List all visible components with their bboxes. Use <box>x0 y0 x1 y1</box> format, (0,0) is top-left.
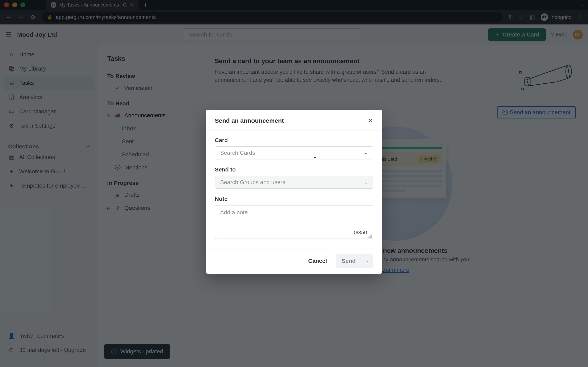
chevron-down-icon[interactable]: ⌄ <box>364 150 368 156</box>
sendto-select[interactable]: Search Groups and users ⌄ <box>215 176 373 189</box>
card-label: Card <box>215 137 373 143</box>
send-button[interactable]: Send <box>336 254 362 268</box>
close-icon[interactable]: ✕ <box>367 117 373 125</box>
resize-handle-icon[interactable] <box>368 234 372 238</box>
note-textarea[interactable]: Add a note 0/350 <box>215 205 373 239</box>
send-dropdown-button[interactable]: ⌄ <box>362 254 373 268</box>
chevron-down-icon[interactable]: ⌄ <box>364 180 368 185</box>
card-placeholder: Search Cards <box>220 150 255 156</box>
note-label: Note <box>215 196 373 202</box>
send-announcement-modal: Send an announcement ✕ Card Search Cards… <box>206 110 382 274</box>
char-count: 0/350 <box>354 229 367 236</box>
sendto-placeholder: Search Groups and users <box>220 179 285 185</box>
note-placeholder: Add a note <box>220 209 248 216</box>
card-select[interactable]: Search Cards I ⌄ <box>215 146 373 159</box>
text-cursor-icon: I <box>314 152 316 159</box>
sendto-label: Send to <box>215 166 373 173</box>
cancel-button[interactable]: Cancel <box>305 254 330 268</box>
modal-title: Send an announcement <box>215 117 284 124</box>
